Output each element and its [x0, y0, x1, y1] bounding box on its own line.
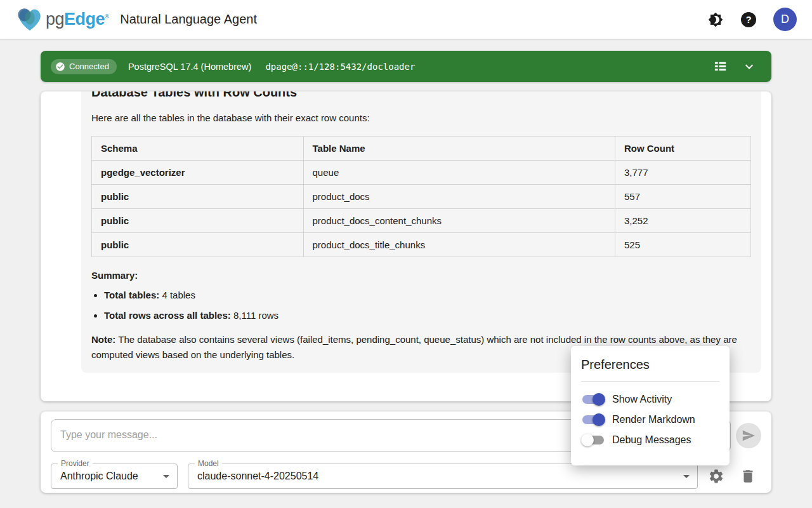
divider: [581, 381, 719, 382]
column-header-table-name: Table Name: [303, 136, 615, 160]
toggle-switch[interactable]: [582, 436, 604, 444]
send-icon: [742, 429, 756, 443]
pgedge-logo-text: pgEdge®: [46, 10, 108, 29]
chevron-down-icon: [742, 59, 757, 74]
table-row: public product_docs_content_chunks 3,252: [92, 208, 751, 232]
model-select[interactable]: Model claude-sonnet-4-20250514: [188, 464, 698, 489]
table-row: public product_docs 557: [92, 184, 751, 208]
table-header-row: Schema Table Name Row Count: [92, 136, 751, 160]
toggle-label: Show Activity: [612, 394, 672, 405]
gear-icon: [708, 468, 724, 485]
send-button[interactable]: [736, 423, 761, 448]
provider-select[interactable]: Provider Anthropic Claude: [51, 464, 178, 489]
check-circle-icon: [55, 62, 65, 72]
row-counts-table: Schema Table Name Row Count pgedge_vecto…: [91, 136, 751, 257]
toggle-switch[interactable]: [582, 415, 604, 424]
server-version-label: PostgreSQL 17.4 (Homebrew): [128, 62, 252, 72]
toggle-label: Render Markdown: [612, 414, 695, 425]
list-icon: [713, 59, 728, 74]
app-header: pgEdge® Natural Language Agent ? D: [0, 0, 812, 39]
message-intro: Here are all the tables in the database …: [91, 111, 751, 125]
model-label: Model: [195, 459, 222, 468]
help-button[interactable]: ?: [740, 11, 757, 28]
connection-status-badge: Connected: [51, 59, 117, 74]
message-heading: Database Tables with Row Counts: [91, 91, 751, 100]
summary-heading: Summary:: [91, 270, 751, 281]
list-item: Total rows across all tables: 8,111 rows: [104, 309, 751, 323]
dark-mode-icon: [708, 12, 723, 27]
toggle-switch[interactable]: [582, 395, 604, 404]
theme-toggle-button[interactable]: [707, 11, 724, 28]
toggle-label: Debug Messages: [612, 434, 691, 446]
pgedge-logo: pgEdge®: [15, 5, 108, 34]
table-row: pgedge_vectorizer queue 3,777: [92, 160, 751, 184]
toggle-show-activity[interactable]: Show Activity: [581, 392, 719, 407]
dropdown-arrow-icon: [683, 475, 690, 478]
switch-thumb: [593, 393, 605, 406]
connection-bar: Connected PostgreSQL 17.4 (Homebrew) dpa…: [41, 51, 771, 82]
switch-thumb: [581, 434, 594, 446]
user-avatar[interactable]: D: [773, 8, 797, 31]
dropdown-arrow-icon: [163, 475, 169, 478]
model-value: claude-sonnet-4-20250514: [188, 471, 318, 482]
toggle-render-markdown[interactable]: Render Markdown: [581, 412, 719, 427]
column-header-row-count: Row Count: [615, 136, 750, 160]
page-title: Natural Language Agent: [120, 12, 257, 27]
connection-collapse-button[interactable]: [741, 58, 757, 75]
provider-label: Provider: [58, 459, 93, 468]
connection-status-label: Connected: [69, 62, 109, 71]
list-item: Total tables: 4 tables: [104, 288, 751, 302]
connection-details-button[interactable]: [712, 58, 728, 75]
summary-list: Total tables: 4 tables Total rows across…: [104, 288, 751, 323]
table-row: public product_docs_title_chunks 525: [92, 232, 751, 257]
switch-thumb: [593, 413, 605, 426]
clear-chat-button[interactable]: [736, 464, 760, 488]
column-header-schema: Schema: [92, 136, 304, 160]
connection-string: dpage@::1/128:5432/docloader: [265, 62, 415, 72]
assistant-message: Database Tables with Row Counts Here are…: [81, 91, 761, 373]
toggle-debug-messages[interactable]: Debug Messages: [581, 432, 719, 448]
preferences-popup: Preferences Show Activity Render Markdow…: [571, 346, 730, 465]
preferences-title: Preferences: [581, 358, 719, 372]
pgedge-logo-icon: [15, 5, 44, 34]
provider-value: Anthropic Claude: [51, 471, 138, 482]
trash-icon: [740, 468, 756, 485]
settings-button[interactable]: [704, 464, 728, 488]
help-icon: ?: [741, 12, 756, 27]
